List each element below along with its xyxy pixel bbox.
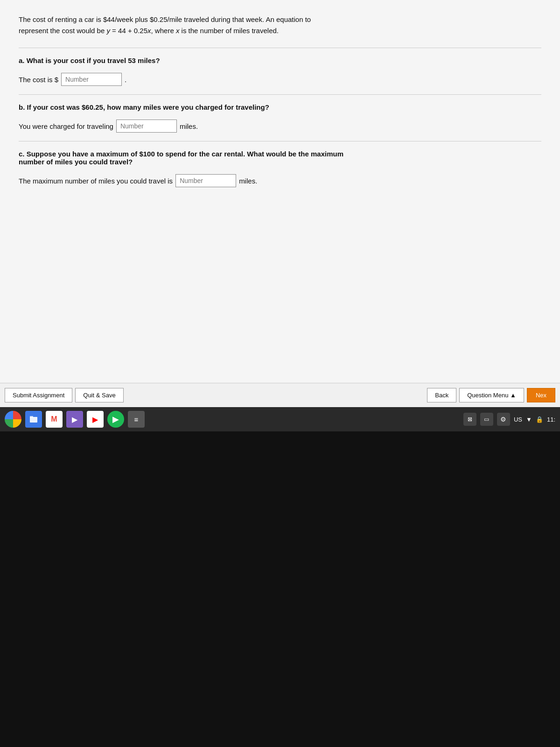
back-button[interactable]: Back xyxy=(427,388,456,402)
part-b-input[interactable] xyxy=(116,120,177,133)
part-b-answer-row: You were charged for traveling miles. xyxy=(19,120,541,133)
part-a-answer-row: The cost is $ . xyxy=(19,73,541,86)
submit-assignment-button[interactable]: Submit Assignment xyxy=(5,388,72,402)
quit-save-button[interactable]: Quit & Save xyxy=(75,388,123,402)
taskbar-youtube-icon[interactable]: ▶ xyxy=(87,411,104,428)
bottom-toolbar: Submit Assignment Quit & Save Back Quest… xyxy=(0,383,560,407)
tray-wifi-icon: ▼ xyxy=(526,416,532,423)
part-a-section: a. What is your cost if you travel 53 mi… xyxy=(19,56,541,86)
part-c-section: c. Suppose you have a maximum of $100 to… xyxy=(19,150,541,187)
question-menu-button[interactable]: Question Menu ▲ xyxy=(459,388,524,402)
tray-screenshot-icon[interactable]: ⊠ xyxy=(463,413,476,426)
taskbar-gmail-icon[interactable]: M xyxy=(46,411,63,428)
divider-c xyxy=(19,141,541,141)
tray-time: 11: xyxy=(547,416,555,423)
next-button[interactable]: Nex xyxy=(527,388,555,402)
svg-rect-1 xyxy=(30,416,33,418)
taskbar-chrome-icon[interactable] xyxy=(5,411,21,428)
taskbar-purple-app-icon[interactable]: ▶ xyxy=(66,411,83,428)
tray-tablet-icon[interactable]: ▭ xyxy=(480,413,493,426)
main-content: The cost of renting a car is $44/week pl… xyxy=(0,0,560,411)
part-b-suffix: miles. xyxy=(180,122,198,130)
part-a-input[interactable] xyxy=(61,73,122,86)
part-b-prefix: You were charged for traveling xyxy=(19,122,113,130)
divider-a xyxy=(19,48,541,48)
part-b-section: b. If your cost was $60.25, how many mil… xyxy=(19,103,541,133)
taskbar: M ▶ ▶ ▶ ≡ ⊠ ▭ ⚙ US ▼ 🔒 11: xyxy=(0,407,560,431)
taskbar-doc-icon[interactable]: ≡ xyxy=(128,411,145,428)
taskbar-play-icon[interactable]: ▶ xyxy=(107,411,124,428)
system-tray: ⊠ ▭ ⚙ US ▼ 🔒 11: xyxy=(463,407,555,431)
part-b-label: b. If your cost was $60.25, how many mil… xyxy=(19,103,541,111)
part-a-suffix: . xyxy=(125,76,126,84)
tray-battery-icon: 🔒 xyxy=(536,416,543,423)
part-a-prefix: The cost is $ xyxy=(19,76,58,84)
divider-b xyxy=(19,94,541,95)
part-c-label: c. Suppose you have a maximum of $100 to… xyxy=(19,150,541,166)
tray-settings-icon[interactable]: ⚙ xyxy=(497,413,510,426)
part-c-answer-row: The maximum number of miles you could tr… xyxy=(19,174,541,187)
taskbar-files-icon[interactable] xyxy=(25,411,42,428)
tray-locale: US xyxy=(514,416,522,423)
lower-dark-area xyxy=(0,431,560,747)
part-c-suffix: miles. xyxy=(239,177,257,185)
part-c-prefix: The maximum number of miles you could tr… xyxy=(19,177,173,185)
intro-line1: The cost of renting a car is $44/week pl… xyxy=(19,15,311,23)
part-c-input[interactable] xyxy=(175,174,236,187)
part-a-label: a. What is your cost if you travel 53 mi… xyxy=(19,56,541,64)
intro-text: The cost of renting a car is $44/week pl… xyxy=(19,14,541,36)
intro-line2: represent the cost would be y = 44 + 0.2… xyxy=(19,27,279,35)
